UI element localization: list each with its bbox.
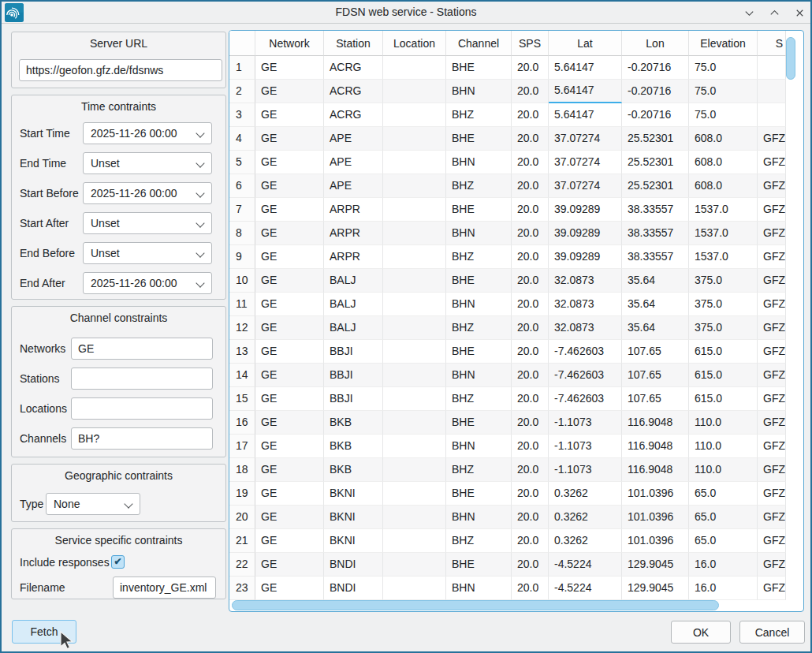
- cell[interactable]: 20.0: [512, 127, 549, 151]
- row-number[interactable]: 19: [229, 482, 255, 506]
- column-header-station[interactable]: Station: [324, 31, 383, 56]
- cell[interactable]: 20.0: [512, 482, 549, 506]
- cell[interactable]: 110.0: [689, 435, 758, 458]
- start-time-combobox[interactable]: 2025-11-26 00:00: [83, 122, 212, 144]
- cell[interactable]: GFZ:G: [758, 506, 786, 529]
- cell[interactable]: GE: [255, 103, 324, 127]
- cell[interactable]: BHZ: [446, 387, 512, 411]
- cell[interactable]: GE: [255, 340, 324, 364]
- cell[interactable]: GE: [255, 269, 324, 293]
- cell[interactable]: [383, 553, 446, 577]
- cell[interactable]: [383, 387, 446, 411]
- cell[interactable]: 129.9045: [622, 577, 689, 600]
- cell[interactable]: 37.07274: [549, 174, 622, 198]
- cell[interactable]: GFZ:G: [758, 151, 786, 174]
- cell[interactable]: BHZ: [446, 529, 512, 553]
- row-number[interactable]: 12: [229, 316, 255, 340]
- cancel-button[interactable]: Cancel: [739, 621, 805, 644]
- cell[interactable]: ACRG: [324, 56, 383, 80]
- row-number[interactable]: 11: [229, 293, 255, 316]
- cell[interactable]: BKB: [324, 435, 383, 458]
- row-number[interactable]: 2: [229, 80, 255, 103]
- cell[interactable]: 5.64147: [549, 80, 622, 103]
- cell[interactable]: BKNI: [324, 529, 383, 553]
- cell[interactable]: 20.0: [512, 364, 549, 387]
- table-row[interactable]: 21GEBKNIBHZ20.00.3262101.039665.0GFZ:G: [229, 529, 803, 553]
- cell[interactable]: [383, 529, 446, 553]
- cell[interactable]: 32.0873: [549, 269, 622, 293]
- cell[interactable]: GFZ:G: [758, 577, 786, 600]
- cell[interactable]: 20.0: [512, 269, 549, 293]
- start-before-combobox[interactable]: 2025-11-26 00:00: [83, 182, 212, 204]
- cell[interactable]: ARPR: [324, 245, 383, 269]
- row-number[interactable]: 9: [229, 245, 255, 269]
- cell[interactable]: GFZ:G: [758, 174, 786, 198]
- cell[interactable]: 608.0: [689, 151, 758, 174]
- cell[interactable]: BHE: [446, 56, 512, 80]
- column-header-elevation[interactable]: Elevation: [689, 31, 758, 56]
- cell[interactable]: 20.0: [512, 293, 549, 316]
- stations-input[interactable]: [71, 368, 213, 390]
- cell[interactable]: 65.0: [689, 482, 758, 506]
- cell[interactable]: BBJI: [324, 340, 383, 364]
- cell[interactable]: 20.0: [512, 103, 549, 127]
- column-header-lon[interactable]: Lon: [622, 31, 689, 56]
- cell[interactable]: GE: [255, 387, 324, 411]
- cell[interactable]: GE: [255, 577, 324, 600]
- cell[interactable]: GE: [255, 174, 324, 198]
- cell[interactable]: [383, 293, 446, 316]
- cell[interactable]: GE: [255, 435, 324, 458]
- cell[interactable]: [383, 458, 446, 482]
- cell[interactable]: -1.1073: [549, 435, 622, 458]
- row-number[interactable]: 10: [229, 269, 255, 293]
- cell[interactable]: BBJI: [324, 387, 383, 411]
- cell[interactable]: BHN: [446, 364, 512, 387]
- cell[interactable]: GE: [255, 80, 324, 103]
- cell[interactable]: GFZ:G: [758, 529, 786, 553]
- vertical-scrollbar[interactable]: [786, 37, 795, 80]
- cell[interactable]: 20.0: [512, 222, 549, 245]
- cell[interactable]: BKB: [324, 458, 383, 482]
- cell[interactable]: 35.64: [622, 293, 689, 316]
- cell[interactable]: 375.0: [689, 269, 758, 293]
- cell[interactable]: GE: [255, 506, 324, 529]
- cell[interactable]: GE: [255, 293, 324, 316]
- cell[interactable]: -7.462603: [549, 387, 622, 411]
- cell[interactable]: GFZ:G: [758, 222, 786, 245]
- cell[interactable]: 101.0396: [622, 506, 689, 529]
- cell[interactable]: GE: [255, 458, 324, 482]
- cell[interactable]: [383, 127, 446, 151]
- start-after-combobox[interactable]: Unset: [83, 212, 212, 234]
- cell[interactable]: 20.0: [512, 316, 549, 340]
- cell[interactable]: BHZ: [446, 103, 512, 127]
- table-row[interactable]: 19GEBKNIBHE20.00.3262101.039665.0GFZ:G: [229, 482, 803, 506]
- cell[interactable]: 20.0: [512, 529, 549, 553]
- cell[interactable]: 20.0: [512, 151, 549, 174]
- cell[interactable]: BHN: [446, 293, 512, 316]
- cell[interactable]: 0.3262: [549, 482, 622, 506]
- geo-type-combobox[interactable]: None: [46, 493, 140, 515]
- cell[interactable]: GE: [255, 245, 324, 269]
- channels-input[interactable]: [71, 427, 213, 450]
- cell[interactable]: 37.07274: [549, 127, 622, 151]
- cell[interactable]: BHZ: [446, 174, 512, 198]
- cell[interactable]: 107.65: [622, 364, 689, 387]
- cell[interactable]: [383, 56, 446, 80]
- cell[interactable]: 615.0: [689, 387, 758, 411]
- cell[interactable]: 116.9048: [622, 458, 689, 482]
- cell[interactable]: 20.0: [512, 506, 549, 529]
- cell[interactable]: -7.462603: [549, 340, 622, 364]
- cell[interactable]: 16.0: [689, 553, 758, 577]
- table-row[interactable]: 16GEBKBBHE20.0-1.1073116.9048110.0GFZ:G: [229, 411, 803, 435]
- end-before-combobox[interactable]: Unset: [83, 242, 212, 264]
- cell[interactable]: 38.33557: [622, 245, 689, 269]
- cell[interactable]: ARPR: [324, 198, 383, 222]
- table-row[interactable]: 13GEBBJIBHE20.0-7.462603107.65615.0GFZ:G: [229, 340, 803, 364]
- cell[interactable]: 20.0: [512, 340, 549, 364]
- cell[interactable]: GE: [255, 529, 324, 553]
- cell[interactable]: GFZ:G: [758, 198, 786, 222]
- cell[interactable]: BKNI: [324, 482, 383, 506]
- cell[interactable]: 35.64: [622, 269, 689, 293]
- cell[interactable]: 39.09289: [549, 245, 622, 269]
- cell[interactable]: 39.09289: [549, 222, 622, 245]
